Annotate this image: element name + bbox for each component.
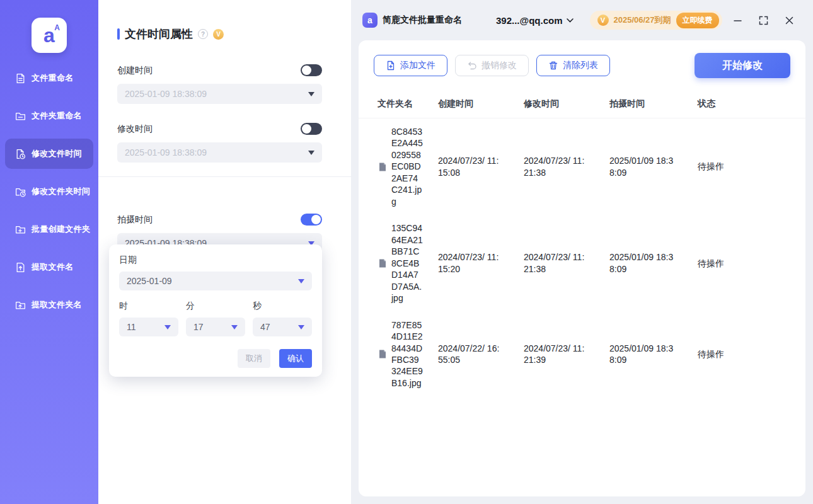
folder-rename-icon	[15, 111, 26, 122]
start-modify-button[interactable]: 开始修改	[695, 53, 790, 78]
confirm-button[interactable]: 确认	[279, 349, 312, 368]
logo-sup-letter: A	[54, 23, 60, 32]
table-row[interactable]: 8C8453E2A445029558EC0BD2AE74C241.jpg 202…	[359, 118, 805, 215]
hour-value: 11	[127, 322, 136, 332]
toggle-knob	[311, 215, 321, 224]
title-bar: a 简鹿文件批量重命名 392...@qq.com V 2025/06/27到期…	[351, 0, 813, 40]
account-menu[interactable]: 392...@qq.com	[496, 15, 574, 26]
created-time-cell: 2024/07/23/ 11:15:20	[438, 251, 524, 275]
sidebar-item-file-rename[interactable]: 文件重命名	[5, 63, 93, 93]
table-row[interactable]: 135C9464EA21BB71C8CE4BD14A7D7A5A.jpg 202…	[359, 215, 805, 311]
modify-time-select: 2025-01-09 18:38:09	[117, 142, 322, 163]
clear-list-label: 清除列表	[563, 60, 598, 71]
create-time-field: 创建时间	[117, 64, 322, 76]
create-time-select: 2025-01-09 18:38:09	[117, 84, 322, 104]
sidebar-item-modify-folder-time[interactable]: 修改文件夹时间	[5, 176, 93, 207]
file-rename-icon	[15, 73, 26, 84]
sidebar-item-extract-folder-name[interactable]: 提取文件夹名	[5, 290, 93, 320]
undo-label: 撤销修改	[481, 60, 517, 71]
expiry-date: 2025/06/27到期	[614, 14, 671, 26]
col-header-status: 状态	[698, 98, 787, 110]
fullscreen-icon[interactable]	[759, 16, 768, 25]
status-cell: 待操作	[698, 348, 787, 360]
file-name: 135C9464EA21BB71C8CE4BD14A7D7A5A.jpg	[391, 222, 423, 304]
minimize-icon[interactable]	[733, 16, 742, 25]
toggle-knob	[302, 66, 311, 75]
sidebar-item-label: 提取文件夹名	[32, 299, 82, 311]
sidebar-item-label: 文件夹重命名	[32, 110, 82, 122]
second-column: 秒 47	[253, 301, 312, 336]
undo-button[interactable]: 撤销修改	[455, 55, 529, 76]
sidebar-item-batch-create-folder[interactable]: 批量创建文件夹	[5, 214, 93, 244]
second-label: 秒	[253, 301, 312, 312]
trash-icon	[548, 60, 558, 71]
extract-folder-name-icon	[15, 300, 26, 311]
date-select[interactable]: 2025-01-09	[119, 272, 312, 290]
help-icon[interactable]: ?	[198, 29, 208, 39]
create-time-label: 创建时间	[117, 65, 153, 76]
app-logo-small: a	[362, 13, 378, 28]
file-icon	[378, 349, 388, 359]
file-name: 8C8453E2A445029558EC0BD2AE74C241.jpg	[391, 126, 423, 207]
table-row[interactable]: 787E854D11E284434DFBC39324EE9B16.jpg 202…	[359, 312, 805, 397]
create-time-toggle[interactable]	[301, 64, 322, 76]
file-icon	[378, 162, 388, 172]
file-time-icon	[15, 149, 26, 159]
undo-icon	[467, 60, 477, 71]
minute-select[interactable]: 17	[186, 318, 245, 336]
shoot-time-toggle[interactable]	[301, 214, 322, 226]
hms-row: 时 11 分 17 秒 47	[119, 301, 312, 336]
modify-time-toggle[interactable]	[301, 123, 322, 135]
file-name: 787E854D11E284434DFBC39324EE9B16.jpg	[391, 319, 423, 389]
account-email: 392...@qq.com	[496, 15, 563, 26]
extract-file-name-icon	[15, 262, 26, 273]
created-time-cell: 2024/07/23/ 11:15:08	[438, 155, 524, 178]
file-icon	[378, 258, 388, 268]
sidebar: a A 文件重命名 文件夹重命名 修改文件时间 修改文件夹时间 批量创建文件夹 …	[0, 0, 98, 504]
section-divider	[98, 176, 351, 177]
file-name-cell: 787E854D11E284434DFBC39324EE9B16.jpg	[378, 319, 438, 389]
datetime-picker: 日期 2025-01-09 时 11 分 17 秒	[109, 244, 322, 377]
vip-coin-icon: V	[597, 14, 609, 26]
picker-footer: 取消 确认	[119, 349, 312, 368]
sidebar-item-folder-rename[interactable]: 文件夹重命名	[5, 101, 93, 131]
hour-column: 时 11	[119, 301, 178, 336]
chevron-down-icon	[164, 325, 171, 329]
chevron-down-icon	[298, 279, 304, 284]
modified-time-cell: 2024/07/23/ 11:21:38	[524, 251, 609, 275]
close-icon[interactable]	[785, 16, 794, 25]
brand: a 简鹿文件批量重命名	[362, 13, 462, 28]
cancel-button[interactable]: 取消	[238, 349, 270, 368]
modify-time-label: 修改时间	[117, 123, 153, 135]
modified-time-cell: 2024/07/23/ 11:21:39	[524, 343, 609, 366]
chevron-down-icon	[308, 92, 314, 96]
toolbar: 添加文件 撤销修改 清除列表 开始修改	[359, 40, 805, 87]
minute-value: 17	[193, 322, 204, 332]
logo-letter: a	[367, 15, 372, 25]
logo-letter: a	[43, 25, 55, 45]
second-value: 47	[260, 322, 270, 332]
date-value: 2025-01-09	[127, 276, 172, 286]
panel-title-row: 文件时间属性 ? V	[117, 26, 322, 42]
sidebar-item-extract-file-name[interactable]: 提取文件名	[5, 252, 93, 282]
add-files-button[interactable]: 添加文件	[374, 55, 447, 76]
date-label: 日期	[119, 255, 312, 266]
shot-time-cell: 2025/01/09 18:38:09	[609, 343, 698, 366]
subscription-badge: V 2025/06/27到期 立即续费	[590, 11, 722, 30]
add-file-icon	[386, 60, 396, 71]
folder-time-icon	[15, 186, 26, 197]
sidebar-item-label: 提取文件名	[32, 261, 74, 273]
app-logo: a A	[32, 18, 67, 53]
chevron-down-icon	[231, 325, 238, 329]
sidebar-nav: 文件重命名 文件夹重命名 修改文件时间 修改文件夹时间 批量创建文件夹 提取文件…	[0, 63, 98, 320]
clear-list-button[interactable]: 清除列表	[536, 55, 610, 76]
sidebar-item-modify-file-time[interactable]: 修改文件时间	[5, 139, 93, 169]
hour-label: 时	[119, 301, 178, 312]
chevron-down-icon	[298, 325, 304, 329]
toggle-knob	[302, 124, 311, 134]
hour-select[interactable]: 11	[119, 318, 178, 336]
second-select[interactable]: 47	[253, 318, 312, 336]
renew-button[interactable]: 立即续费	[676, 13, 719, 28]
col-header-created: 创建时间	[438, 98, 524, 110]
title-accent-bar	[117, 28, 120, 40]
